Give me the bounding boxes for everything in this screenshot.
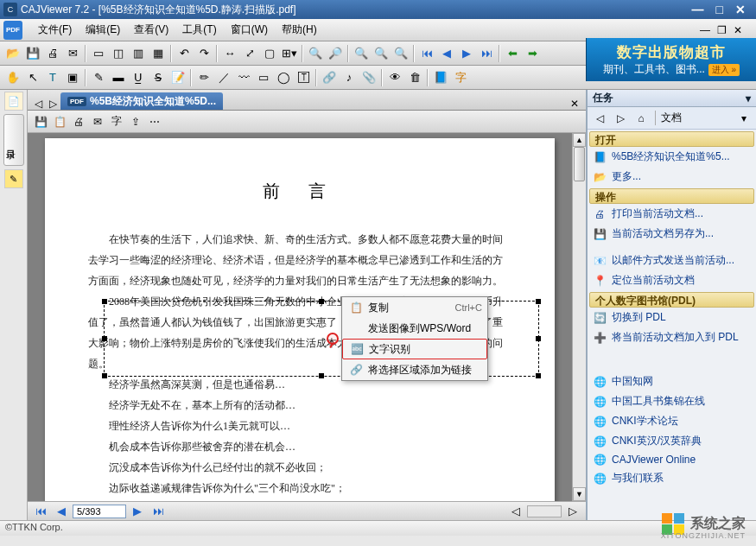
ellipse-icon[interactable]: ◯ — [274, 68, 293, 87]
tab-prev-icon[interactable]: ◁ — [31, 98, 46, 110]
op-print-item[interactable]: 🖨打印当前活动文档... — [589, 204, 754, 224]
first-page-icon[interactable]: ⏮ — [417, 44, 436, 63]
search-icon[interactable]: 🔍 — [391, 44, 410, 63]
layout3-icon[interactable]: ▥ — [129, 44, 148, 63]
highlight-icon[interactable]: ▬ — [109, 68, 128, 87]
qb-export-icon[interactable]: ⇪ — [128, 114, 143, 130]
next-page-icon[interactable]: ▶ — [457, 44, 476, 63]
doc-close-button[interactable]: ✕ — [734, 24, 742, 36]
actual-size-icon[interactable]: ▢ — [260, 44, 279, 63]
nav-prev-icon[interactable]: ◀ — [52, 502, 71, 521]
ocr-tool-icon[interactable]: 字 — [451, 68, 470, 87]
find-icon[interactable]: 🔍 — [352, 44, 371, 63]
link-online[interactable]: 🌐CAJViewer Online — [589, 451, 754, 468]
last-page-icon[interactable]: ⏭ — [477, 44, 496, 63]
task-back-icon[interactable]: ◁ — [591, 110, 608, 127]
qb-ocr-icon[interactable]: 字 — [109, 114, 124, 130]
link-cnki[interactable]: 🌐中国知网 — [589, 371, 754, 391]
pdl-add-item[interactable]: ➕将当前活动文档加入到 PDL — [589, 327, 754, 347]
curve-icon[interactable]: 〰 — [234, 68, 253, 87]
print-icon[interactable]: 🖨 — [43, 44, 62, 63]
hand-tool-icon[interactable]: ✋ — [3, 68, 22, 87]
text-select-icon[interactable]: T — [43, 68, 62, 87]
find-next-icon[interactable]: 🔍 — [372, 44, 391, 63]
task-home-icon[interactable]: ⌂ — [632, 110, 650, 127]
link-tools[interactable]: 🌐中国工具书集锦在线 — [589, 391, 754, 411]
menu-edit[interactable]: 编辑(E) — [79, 21, 127, 39]
op-mail-item[interactable]: 📧以邮件方式发送当前活动... — [589, 251, 754, 270]
audio-icon[interactable]: ♪ — [340, 68, 359, 87]
op-saveas-item[interactable]: 💾当前活动文档另存为... — [589, 224, 754, 244]
zoom-dropdown-icon[interactable]: ⊞▾ — [280, 44, 299, 63]
doc-minimize-button[interactable]: — — [700, 24, 710, 36]
scroll-up-icon[interactable]: ▲ — [573, 133, 586, 147]
annotate-icon[interactable]: ✎ — [89, 68, 108, 87]
page-number-input[interactable] — [73, 505, 126, 518]
dict-icon[interactable]: 📘 — [431, 68, 450, 87]
nav-last-icon[interactable]: ⏭ — [149, 502, 168, 521]
link-forum[interactable]: 🌐CNKI学术论坛 — [589, 411, 754, 431]
qb-print-icon[interactable]: 🖨 — [71, 114, 86, 130]
task-panel-dropdown-icon[interactable]: ▾ — [746, 92, 751, 105]
pointer-tool-icon[interactable]: ↖ — [23, 68, 42, 87]
advert-banner[interactable]: 数字出版物超市 期刊、工具书、图书...进入 » — [586, 38, 756, 81]
qb-save-icon[interactable]: 💾 — [33, 114, 48, 130]
rotate-left-icon[interactable]: ↶ — [175, 44, 194, 63]
layout1-icon[interactable]: ▭ — [89, 44, 108, 63]
qb-mail-icon[interactable]: ✉ — [90, 114, 105, 130]
link-icon[interactable]: 🔗 — [320, 68, 339, 87]
rotate-right-icon[interactable]: ↷ — [194, 44, 213, 63]
scroll-thumb[interactable] — [574, 147, 585, 181]
strike-icon[interactable]: S̶ — [149, 68, 168, 87]
text-box-icon[interactable]: 🅃 — [294, 68, 313, 87]
task-fwd-icon[interactable]: ▷ — [612, 110, 629, 127]
maximize-button[interactable]: □ — [716, 3, 723, 16]
sidebar-outline-tab[interactable]: 目录 — [3, 114, 24, 166]
qb-copy-icon[interactable]: 📋 — [52, 114, 67, 130]
vertical-scrollbar[interactable]: ▲ ▼ — [572, 133, 586, 501]
underline-icon[interactable]: U̲ — [129, 68, 148, 87]
menu-file[interactable]: 文件(F) — [31, 21, 79, 39]
scroll-down-icon[interactable]: ▼ — [573, 487, 586, 501]
delete-annot-icon[interactable]: 🗑 — [405, 68, 424, 87]
forward-icon[interactable]: ➡ — [523, 44, 542, 63]
link-contact[interactable]: 🌐与我们联系 — [589, 468, 754, 488]
ctx-copy[interactable]: 📋复制Ctrl+C — [342, 297, 487, 318]
menu-tool[interactable]: 工具(T) — [175, 21, 223, 39]
hscroll-track[interactable] — [527, 505, 562, 517]
doc-restore-button[interactable]: ❐ — [717, 24, 727, 36]
nav-first-icon[interactable]: ⏮ — [31, 502, 50, 521]
hscroll-right-icon[interactable]: ▷ — [563, 502, 582, 521]
hscroll-left-icon[interactable]: ◁ — [506, 502, 525, 521]
zoom-out-icon[interactable]: 🔍 — [306, 44, 325, 63]
line-icon[interactable]: ／ — [214, 68, 233, 87]
close-button[interactable]: ✕ — [735, 3, 746, 16]
document-tab[interactable]: PDF %5B经济知识全知道%5D... — [60, 92, 223, 110]
op-locate-item[interactable]: 📍定位当前活动文档 — [589, 270, 754, 290]
rect-icon[interactable]: ▭ — [254, 68, 273, 87]
ctx-add-link[interactable]: 🔗将选择区域添加为链接 — [342, 359, 487, 380]
link-dict[interactable]: 🌐CNKI英汉/汉英辞典 — [589, 431, 754, 451]
pencil-icon[interactable]: ✏ — [194, 68, 213, 87]
layout4-icon[interactable]: ▦ — [149, 44, 168, 63]
pdl-switch-item[interactable]: 🔄切换到 PDL — [589, 308, 754, 327]
task-doc-tab[interactable]: 文档 — [655, 111, 682, 125]
ctx-ocr[interactable]: 🔤文字识别 — [342, 339, 487, 359]
qb-more-icon[interactable]: ⋯ — [147, 114, 162, 130]
prev-page-icon[interactable]: ◀ — [437, 44, 456, 63]
menu-window[interactable]: 窗口(W) — [224, 21, 275, 39]
show-annot-icon[interactable]: 👁 — [385, 68, 404, 87]
banner-go-button[interactable]: 进入 » — [708, 64, 740, 76]
open-recent-item[interactable]: 📘%5B经济知识全知道%5... — [589, 147, 754, 167]
minimize-button[interactable]: — — [692, 3, 704, 16]
fit-page-icon[interactable]: ⤢ — [240, 44, 259, 63]
attach-icon[interactable]: 📎 — [359, 68, 378, 87]
open-more-item[interactable]: 📂更多... — [589, 167, 754, 187]
open-icon[interactable]: 📂 — [3, 44, 22, 63]
sidebar-highlight-icon[interactable]: ✎ — [4, 169, 23, 188]
area-select-icon[interactable]: ▣ — [63, 68, 82, 87]
ctx-send-image[interactable]: 发送图像到WPS/Word — [342, 318, 487, 339]
sidebar-notes-icon[interactable]: 📄 — [4, 92, 23, 111]
zoom-in-icon[interactable]: 🔎 — [326, 44, 345, 63]
task-menu-icon[interactable]: ▾ — [735, 110, 753, 127]
